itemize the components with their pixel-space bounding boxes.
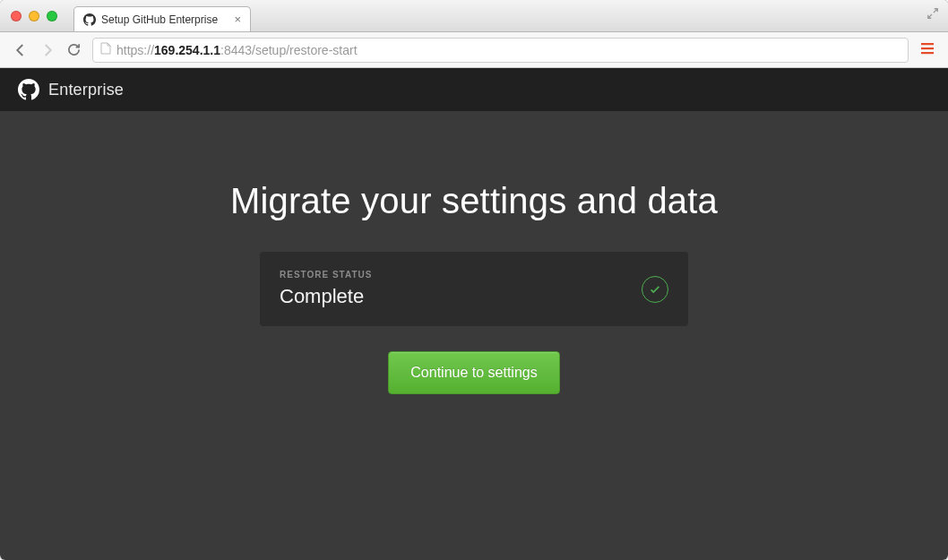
checkmark-icon: [642, 276, 668, 303]
reload-button[interactable]: [66, 42, 82, 57]
url-path: /setup/restore-start: [252, 43, 358, 57]
traffic-lights: [0, 11, 57, 22]
browser-toolbar: https://169.254.1.1:8443/setup/restore-s…: [0, 32, 948, 68]
url-port: :8443: [220, 43, 252, 57]
page-content: Enterprise Migrate your settings and dat…: [0, 68, 948, 560]
brand-name: Enterprise: [48, 81, 124, 99]
back-button[interactable]: [13, 42, 29, 58]
status-value: Complete: [280, 285, 372, 308]
close-window-button[interactable]: [11, 11, 22, 22]
forward-button[interactable]: [39, 42, 56, 58]
tab-title: Setup GitHub Enterprise: [101, 13, 228, 26]
svg-rect-1: [921, 47, 934, 49]
address-bar[interactable]: https://169.254.1.1:8443/setup/restore-s…: [92, 38, 909, 63]
page-title: Migrate your settings and data: [230, 181, 718, 221]
url-protocol: https://: [116, 43, 154, 57]
url-text: https://169.254.1.1:8443/setup/restore-s…: [116, 43, 358, 57]
chrome-menu-icon[interactable]: [919, 40, 935, 60]
browser-window: Setup GitHub Enterprise × https://169.25…: [0, 0, 948, 560]
continue-to-settings-button[interactable]: Continue to settings: [388, 351, 559, 394]
minimize-window-button[interactable]: [29, 11, 39, 22]
restore-status-card: RESTORE STATUS Complete: [260, 252, 688, 326]
url-host: 169.254.1.1: [154, 43, 220, 57]
github-logo-icon: [18, 79, 39, 100]
svg-rect-0: [921, 43, 934, 45]
zoom-window-button[interactable]: [47, 11, 57, 22]
browser-tab[interactable]: Setup GitHub Enterprise ×: [73, 6, 251, 31]
svg-rect-2: [921, 52, 934, 54]
page-icon: [100, 42, 111, 57]
github-favicon-icon: [83, 13, 96, 26]
status-label: RESTORE STATUS: [280, 270, 372, 280]
close-tab-icon[interactable]: ×: [234, 13, 241, 25]
window-titlebar: Setup GitHub Enterprise ×: [0, 0, 948, 32]
app-header: Enterprise: [0, 68, 948, 111]
status-text-group: RESTORE STATUS Complete: [280, 270, 372, 308]
fullscreen-icon[interactable]: [926, 7, 939, 23]
main-panel: Migrate your settings and data RESTORE S…: [0, 111, 948, 560]
